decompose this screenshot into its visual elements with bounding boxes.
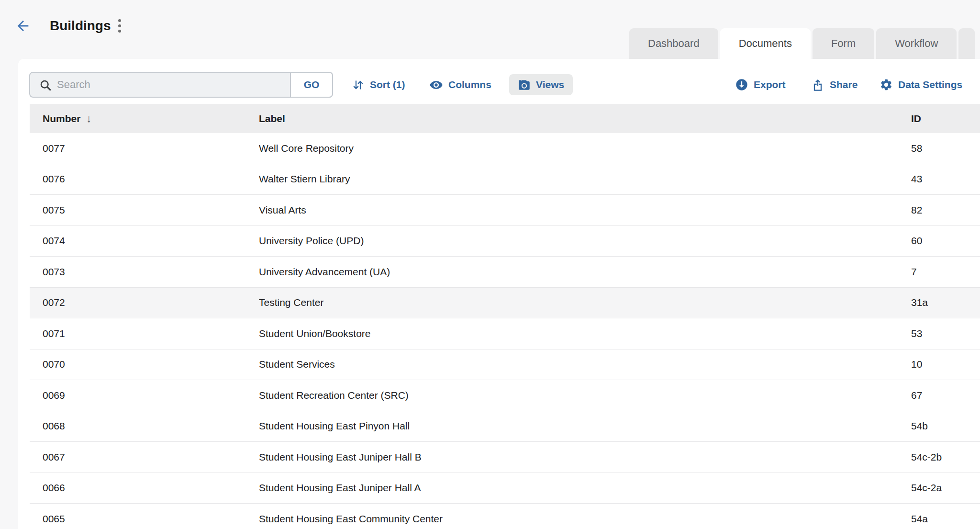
table-row[interactable]: 0069Student Recreation Center (SRC)67 bbox=[30, 380, 980, 411]
search-box: GO bbox=[29, 72, 333, 98]
export-label: Export bbox=[754, 79, 786, 90]
columns-label: Columns bbox=[448, 79, 491, 90]
cell-number: 0069 bbox=[30, 390, 259, 401]
tab-documents[interactable]: Documents bbox=[720, 28, 811, 59]
column-header-number[interactable]: Number ↓ bbox=[30, 113, 259, 125]
tab-form[interactable]: Form bbox=[813, 28, 874, 59]
cell-label: Visual Arts bbox=[259, 204, 911, 216]
table-row[interactable]: 0075Visual Arts82 bbox=[30, 195, 980, 226]
download-circle-icon bbox=[735, 78, 748, 91]
share-label: Share bbox=[830, 79, 858, 90]
cell-id: 67 bbox=[911, 390, 980, 401]
cell-id: 54c-2b bbox=[911, 451, 980, 463]
cell-number: 0066 bbox=[30, 482, 259, 494]
cell-label: Student Recreation Center (SRC) bbox=[259, 390, 911, 401]
cell-number: 0074 bbox=[30, 235, 259, 247]
table-row[interactable]: 0068Student Housing East Pinyon Hall54b bbox=[30, 411, 980, 442]
column-header-label[interactable]: Label bbox=[259, 113, 911, 124]
back-button[interactable] bbox=[14, 17, 32, 34]
cell-number: 0073 bbox=[30, 266, 259, 278]
go-button[interactable]: GO bbox=[290, 72, 333, 98]
cell-id: 82 bbox=[911, 204, 980, 216]
table-header-row: Number ↓ Label ID bbox=[30, 104, 980, 133]
cell-label: Student Housing East Juniper Hall A bbox=[259, 482, 911, 494]
cell-label: Student Services bbox=[259, 359, 911, 370]
table-row[interactable]: 0066Student Housing East Juniper Hall A5… bbox=[30, 473, 980, 504]
cell-label: Student Housing East Community Center bbox=[259, 513, 911, 525]
cell-id: 60 bbox=[911, 235, 980, 247]
columns-button[interactable]: Columns bbox=[429, 74, 491, 95]
cell-number: 0071 bbox=[30, 328, 259, 339]
table-body: 0077Well Core Repository580076Walter Sti… bbox=[30, 133, 980, 529]
cell-number: 0077 bbox=[30, 143, 259, 154]
cell-id: 54c-2a bbox=[911, 482, 980, 494]
cell-id: 54b bbox=[911, 420, 980, 432]
cell-id: 54a bbox=[911, 513, 980, 525]
views-button[interactable]: Views bbox=[509, 74, 573, 95]
data-settings-label: Data Settings bbox=[898, 79, 962, 90]
cell-number: 0075 bbox=[30, 204, 259, 216]
tab-workflow[interactable]: Workflow bbox=[876, 28, 957, 59]
data-settings-button[interactable]: Data Settings bbox=[880, 74, 962, 95]
sort-label: Sort (1) bbox=[370, 79, 405, 90]
arrow-left-icon bbox=[15, 18, 31, 34]
table-row[interactable]: 0077Well Core Repository58 bbox=[30, 133, 980, 164]
cell-number: 0065 bbox=[30, 513, 259, 525]
cell-label: Student Union/Bookstore bbox=[259, 328, 911, 339]
cell-label: University Police (UPD) bbox=[259, 235, 911, 247]
cell-label: University Advancement (UA) bbox=[259, 266, 911, 278]
table-row[interactable]: 0076Walter Stiern Library43 bbox=[30, 164, 980, 195]
export-button[interactable]: Export bbox=[735, 74, 786, 95]
eye-icon bbox=[429, 78, 443, 92]
share-up-arrow-icon bbox=[811, 78, 824, 91]
cell-label: Well Core Repository bbox=[259, 143, 911, 154]
cell-number: 0070 bbox=[30, 359, 259, 370]
sort-descending-icon: ↓ bbox=[86, 113, 91, 125]
sort-button[interactable]: Sort (1) bbox=[352, 74, 405, 95]
magnifier-icon bbox=[39, 79, 52, 94]
table-row[interactable]: 0073University Advancement (UA)7 bbox=[30, 257, 980, 288]
page-title: Buildings bbox=[50, 18, 111, 34]
tab-partial[interactable] bbox=[958, 28, 975, 59]
cell-number: 0072 bbox=[30, 297, 259, 308]
cell-label: Student Housing East Juniper Hall B bbox=[259, 451, 911, 463]
share-button[interactable]: Share bbox=[811, 74, 858, 95]
kebab-menu-icon[interactable] bbox=[115, 18, 124, 34]
cell-number: 0067 bbox=[30, 451, 259, 463]
tab-bar: DashboardDocumentsFormWorkflow bbox=[629, 28, 975, 59]
table-row[interactable]: 0070Student Services10 bbox=[30, 349, 980, 381]
cell-label: Testing Center bbox=[259, 297, 911, 308]
cell-label: Student Housing East Pinyon Hall bbox=[259, 420, 911, 432]
swap-vertical-arrows-icon bbox=[352, 79, 365, 91]
cell-id: 58 bbox=[911, 143, 980, 154]
cell-id: 31a bbox=[911, 297, 980, 308]
camera-icon bbox=[518, 79, 531, 91]
cell-id: 7 bbox=[911, 266, 980, 278]
table-row[interactable]: 0067Student Housing East Juniper Hall B5… bbox=[30, 442, 980, 473]
cell-id: 53 bbox=[911, 328, 980, 339]
views-label: Views bbox=[536, 79, 564, 90]
table-row[interactable]: 0072Testing Center31a bbox=[30, 288, 980, 319]
column-header-id[interactable]: ID bbox=[911, 113, 980, 124]
search-input[interactable] bbox=[57, 73, 277, 97]
cell-number: 0068 bbox=[30, 420, 259, 432]
content-panel: GO Sort (1) Columns Views bbox=[18, 59, 980, 529]
tab-dashboard[interactable]: Dashboard bbox=[629, 28, 718, 59]
table-row[interactable]: 0074University Police (UPD)60 bbox=[30, 226, 980, 257]
cell-id: 10 bbox=[911, 359, 980, 370]
cell-id: 43 bbox=[911, 173, 980, 185]
cell-number: 0076 bbox=[30, 173, 259, 185]
gear-icon bbox=[880, 78, 893, 91]
cell-label: Walter Stiern Library bbox=[259, 173, 911, 185]
table-row[interactable]: 0065Student Housing East Community Cente… bbox=[30, 504, 980, 529]
table-row[interactable]: 0071Student Union/Bookstore53 bbox=[30, 318, 980, 349]
